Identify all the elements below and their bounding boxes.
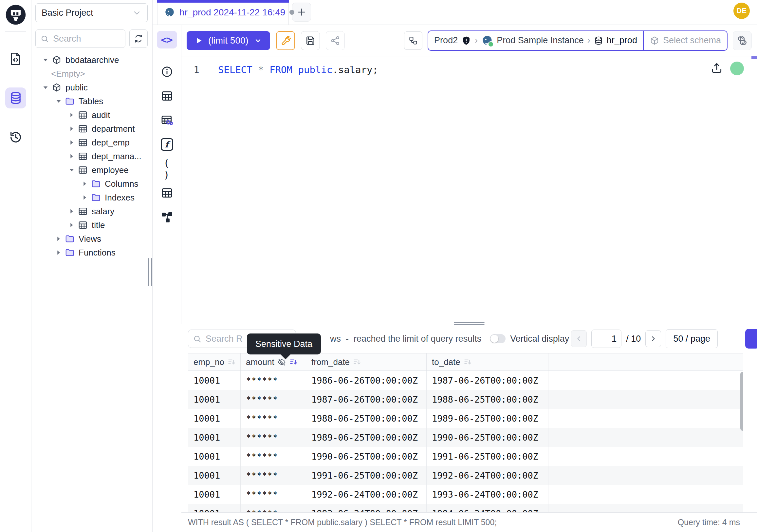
table-cell[interactable]: 10001: [188, 485, 241, 504]
tree-item-department[interactable]: department: [35, 122, 148, 136]
table-cell[interactable]: ******: [241, 390, 306, 409]
views-panel-button[interactable]: [158, 184, 176, 202]
sort-icon[interactable]: [227, 358, 236, 366]
table-cell[interactable]: 1987-06-26T00:00:00Z: [306, 390, 427, 409]
database-nav-button[interactable]: [5, 87, 26, 109]
table-cell[interactable]: 1992-06-24T00:00:00Z: [306, 485, 427, 504]
procedures-panel-button[interactable]: ( ): [158, 160, 176, 177]
schema-diagram-button[interactable]: [158, 208, 176, 226]
expander-right-icon[interactable]: [53, 247, 64, 258]
connection-button[interactable]: [404, 31, 422, 50]
table-row[interactable]: 10001******1986-06-26T00:00:00Z1987-06-2…: [188, 371, 743, 390]
table-cell[interactable]: ******: [241, 466, 306, 485]
schema-selector[interactable]: Select schema: [644, 31, 727, 50]
external-tables-panel-button[interactable]: [158, 111, 176, 129]
project-selector[interactable]: Basic Project: [35, 3, 148, 22]
run-options-chevron-icon[interactable]: [254, 36, 262, 45]
sort-icon[interactable]: [463, 358, 472, 366]
expander-right-icon[interactable]: [66, 219, 77, 231]
new-tab-button[interactable]: [292, 3, 311, 22]
tree-item-bbdataarchive[interactable]: bbdataarchive: [35, 53, 148, 67]
table-cell[interactable]: 1987-06-26T00:00:00Z: [427, 371, 548, 390]
sort-icon[interactable]: [353, 358, 361, 366]
table-row[interactable]: 10001******1990-06-25T00:00:00Z1991-06-2…: [188, 447, 743, 466]
expander-down-icon[interactable]: [66, 165, 77, 175]
tree-item-dept-emp[interactable]: dept_emp: [35, 136, 148, 149]
sidebar-resize-handle[interactable]: [148, 258, 152, 286]
upload-sheet-button[interactable]: [711, 62, 723, 74]
table-cell[interactable]: 1993-06-24T00:00:00Z: [427, 485, 548, 504]
table-cell[interactable]: 1994-06-24T00:00:00Z: [427, 504, 548, 513]
expander-down-icon[interactable]: [40, 54, 51, 66]
tree-item-functions[interactable]: Functions: [35, 246, 148, 260]
table-cell[interactable]: ******: [241, 409, 306, 428]
table-cell[interactable]: 1991-06-25T00:00:00Z: [306, 466, 427, 485]
table-cell[interactable]: ******: [241, 504, 306, 513]
tree-item-dept-mana[interactable]: dept_mana...: [35, 149, 148, 163]
info-panel-button[interactable]: [158, 63, 176, 80]
expander-right-icon[interactable]: [66, 123, 77, 134]
admin-mode-button[interactable]: [276, 31, 295, 50]
tree-item-indexes[interactable]: Indexes: [35, 191, 148, 204]
expander-right-icon[interactable]: [66, 137, 77, 148]
sidebar-search-box[interactable]: [35, 29, 125, 48]
table-cell[interactable]: 1988-06-25T00:00:00Z: [427, 390, 548, 409]
tree-item-salary[interactable]: salary: [35, 204, 148, 218]
table-cell[interactable]: ******: [241, 485, 306, 504]
expander-right-icon[interactable]: [66, 151, 77, 162]
expander-right-icon[interactable]: [66, 110, 77, 121]
expander-down-icon[interactable]: [40, 82, 51, 93]
code-panel-button[interactable]: <>: [157, 31, 177, 48]
expander-down-icon[interactable]: [53, 96, 64, 107]
save-button[interactable]: [301, 31, 320, 50]
column-header-to_date[interactable]: to_date: [427, 354, 548, 370]
worksheet-nav-button[interactable]: [5, 48, 26, 69]
tree-item-employee[interactable]: employee: [35, 163, 148, 177]
table-cell[interactable]: 1989-06-25T00:00:00Z: [306, 428, 427, 447]
page-number-input[interactable]: [591, 329, 621, 348]
table-row[interactable]: 10001******1988-06-25T00:00:00Z1989-06-2…: [188, 409, 743, 428]
column-header-amount[interactable]: amount: [241, 354, 306, 370]
history-nav-button[interactable]: [5, 127, 26, 148]
tree-item-views[interactable]: Views: [35, 232, 148, 246]
expander-right-icon[interactable]: [66, 206, 77, 217]
table-scrollbar-thumb[interactable]: [740, 372, 743, 431]
share-button[interactable]: [326, 31, 345, 50]
table-cell[interactable]: 10001: [188, 466, 241, 485]
ai-assistant-button[interactable]: [733, 31, 752, 50]
sidebar-search-input[interactable]: [52, 33, 120, 44]
panel-resize-handle[interactable]: [454, 322, 485, 325]
table-cell[interactable]: 10001: [188, 409, 241, 428]
app-logo-icon[interactable]: [5, 4, 26, 25]
table-cell[interactable]: 1993-06-24T00:00:00Z: [306, 504, 427, 513]
expander-right-icon[interactable]: [53, 233, 64, 244]
table-row[interactable]: 10001******1991-06-25T00:00:00Z1992-06-2…: [188, 466, 743, 485]
column-header-from_date[interactable]: from_date: [306, 354, 427, 370]
column-header-emp_no[interactable]: emp_no: [188, 354, 241, 370]
table-cell[interactable]: 1990-06-25T00:00:00Z: [427, 428, 548, 447]
table-cell[interactable]: 1989-06-25T00:00:00Z: [427, 409, 548, 428]
tree-item-columns[interactable]: Columns: [35, 177, 148, 191]
tree-item-title[interactable]: title: [35, 218, 148, 232]
tables-panel-button[interactable]: [158, 87, 176, 105]
page-size-select[interactable]: 50 / page: [666, 329, 718, 348]
table-row[interactable]: 10001******1992-06-24T00:00:00Z1993-06-2…: [188, 485, 743, 504]
table-cell[interactable]: 10001: [188, 390, 241, 409]
tree-item-public[interactable]: public: [35, 80, 148, 94]
user-avatar[interactable]: DE: [733, 3, 750, 19]
table-cell[interactable]: 1988-06-25T00:00:00Z: [306, 409, 427, 428]
tree-item-empty[interactable]: <Empty>: [35, 67, 148, 80]
export-button-clipped[interactable]: [745, 329, 757, 349]
table-row[interactable]: 10001******1987-06-26T00:00:00Z1988-06-2…: [188, 390, 743, 409]
tree-item-audit[interactable]: audit: [35, 108, 148, 122]
sql-editor[interactable]: 1 SELECT * FROM public.salary;: [181, 56, 757, 324]
table-row[interactable]: 10001******1989-06-25T00:00:00Z1990-06-2…: [188, 428, 743, 447]
table-cell[interactable]: ******: [241, 428, 306, 447]
table-cell[interactable]: ******: [241, 447, 306, 466]
table-cell[interactable]: 10001: [188, 428, 241, 447]
breadcrumb-context[interactable]: Prod2 › Prod Sample Instance ›: [428, 31, 643, 50]
prev-page-button[interactable]: [571, 330, 587, 347]
expander-right-icon[interactable]: [79, 192, 90, 203]
expander-right-icon[interactable]: [79, 178, 90, 189]
table-cell[interactable]: ******: [241, 371, 306, 390]
